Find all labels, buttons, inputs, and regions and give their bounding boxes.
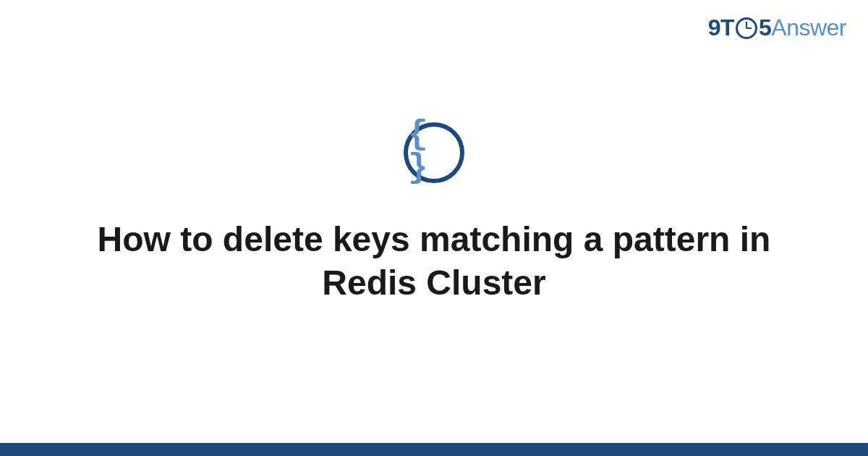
category-badge: { } xyxy=(404,122,464,183)
logo-text-suffix: Answer xyxy=(771,14,846,41)
footer-bar xyxy=(0,443,868,456)
logo-text-mid: 5 xyxy=(759,14,771,41)
clock-icon xyxy=(736,17,757,39)
main-content: { } How to delete keys matching a patter… xyxy=(0,0,868,456)
site-logo: 9T 5 Answer xyxy=(708,14,846,41)
code-braces-icon: { } xyxy=(408,118,460,185)
page-title: How to delete keys matching a pattern in… xyxy=(87,218,781,305)
logo-text-prefix: 9T xyxy=(708,14,734,41)
